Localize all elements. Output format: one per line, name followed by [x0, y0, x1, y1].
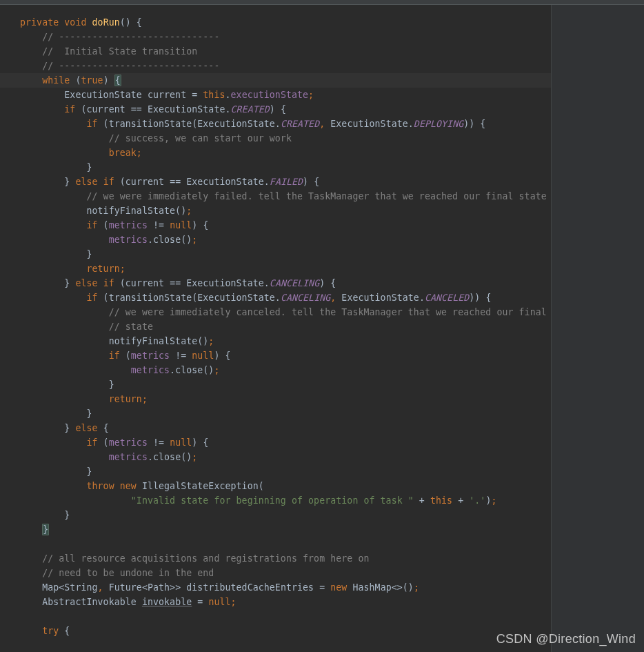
keyword: break — [109, 148, 137, 158]
code-line[interactable]: throw new IllegalStateException( — [0, 479, 551, 493]
code-line[interactable]: "Invalid state for beginning of operatio… — [0, 493, 551, 508]
code-line[interactable]: } — [0, 464, 551, 479]
code-line[interactable]: metrics.close(); — [0, 363, 551, 377]
code-line[interactable]: } — [0, 406, 551, 421]
keyword: if — [86, 437, 97, 448]
code-area[interactable]: private void doRun() { // --------------… — [0, 5, 551, 652]
code-line[interactable]: metrics.close(); — [0, 450, 551, 464]
code-line[interactable]: // Initial State transition — [0, 44, 551, 59]
code-line[interactable]: // need to be undone in the end — [0, 566, 551, 580]
keyword: null — [192, 350, 214, 361]
comment: // ----------------------------- — [42, 32, 219, 42]
code-line[interactable]: return; — [0, 261, 551, 276]
keyword: null — [208, 597, 230, 607]
code-line[interactable]: } — [0, 522, 551, 537]
code-line[interactable]: } — [0, 160, 551, 175]
comment: // need to be undone in the end — [42, 568, 214, 578]
enum-const: CANCELED — [425, 293, 469, 303]
string: "Invalid state for beginning of operatio… — [131, 495, 414, 506]
code-line[interactable]: // ----------------------------- — [0, 30, 551, 44]
field: metrics — [109, 220, 148, 230]
keyword: if — [64, 104, 75, 115]
code-line[interactable]: } else if (current == ExecutionState.FAI… — [0, 175, 551, 189]
keyword: try — [42, 626, 59, 636]
keyword: if — [103, 278, 114, 288]
field: metrics — [131, 365, 170, 375]
string: '.' — [469, 495, 485, 506]
code-line[interactable]: } else { — [0, 421, 551, 435]
code-line[interactable]: notifyFinalState(); — [0, 204, 551, 218]
keyword: private — [20, 17, 59, 28]
enum-const: CREATED — [231, 104, 270, 115]
code-line[interactable]: if (transitionState(ExecutionState.CANCE… — [0, 290, 551, 305]
code-line[interactable]: try { — [0, 624, 551, 638]
comment: // Initial State transition — [42, 46, 197, 57]
keyword: null — [170, 437, 192, 448]
field: metrics — [109, 235, 148, 245]
code-line[interactable]: private void doRun() { — [0, 15, 551, 30]
variable-underlined: invokable — [142, 597, 192, 607]
keyword: new — [330, 582, 347, 593]
field: executionState — [231, 90, 309, 100]
code-line[interactable]: } else if (current == ExecutionState.CAN… — [0, 276, 551, 290]
comment: // we were immediately failed. tell the … — [86, 191, 546, 201]
code-line[interactable]: if (metrics != null) { — [0, 348, 551, 363]
keyword: new — [120, 481, 137, 491]
comment: // success, we can start our work — [109, 133, 292, 144]
code-line[interactable]: if (transitionState(ExecutionState.CREAT… — [0, 117, 551, 131]
code-line[interactable]: // ----------------------------- — [0, 59, 551, 73]
keyword: void — [64, 17, 86, 28]
keyword: this — [203, 90, 225, 100]
code-line[interactable]: // we were immediately canceled. tell th… — [0, 305, 551, 319]
comment: // ----------------------------- — [42, 61, 219, 71]
code-line[interactable]: ExecutionState current = this.executionS… — [0, 88, 551, 102]
code-line[interactable]: Map<String, Future<Path>> distributedCac… — [0, 580, 551, 595]
code-line[interactable]: // state — [0, 319, 551, 334]
code-line[interactable]: if (metrics != null) { — [0, 218, 551, 233]
brace-open-matched: { — [114, 75, 121, 86]
code-line[interactable]: } — [0, 377, 551, 392]
enum-const: CANCELING — [270, 278, 319, 288]
editor-wrap: private void doRun() { // --------------… — [0, 5, 644, 652]
code-line[interactable]: } — [0, 247, 551, 261]
enum-const: DEPLOYING — [414, 119, 463, 129]
code-line-empty[interactable] — [0, 609, 551, 624]
punct: () { — [120, 17, 142, 28]
keyword: else — [75, 423, 97, 433]
enum-const: CANCELING — [281, 293, 330, 303]
keyword: true — [81, 75, 103, 86]
code-line[interactable]: break; — [0, 146, 551, 160]
code-line-empty[interactable] — [0, 537, 551, 551]
code-line[interactable]: if (current == ExecutionState.CREATED) { — [0, 102, 551, 117]
code-line[interactable]: metrics.close(); — [0, 233, 551, 247]
code-line[interactable]: // success, we can start our work — [0, 131, 551, 146]
right-gutter[interactable] — [551, 5, 644, 652]
code-line[interactable]: if (metrics != null) { — [0, 435, 551, 450]
keyword: return — [109, 394, 142, 404]
code-line-current[interactable]: while (true) { — [0, 73, 551, 88]
code-line[interactable]: } — [0, 508, 551, 522]
editor-topbar — [0, 0, 644, 5]
comment: // all resource acquisitions and registr… — [42, 553, 369, 564]
keyword: else — [75, 278, 97, 288]
comment: // we were immediately canceled. tell th… — [109, 307, 547, 317]
code-line[interactable]: // we were immediately failed. tell the … — [0, 189, 551, 204]
code-line[interactable]: return; — [0, 392, 551, 406]
keyword: if — [86, 293, 97, 303]
enum-const: FAILED — [270, 177, 303, 187]
brace-close-matched: } — [42, 524, 49, 535]
keyword: this — [430, 495, 452, 506]
field: metrics — [109, 437, 148, 448]
keyword: while — [42, 75, 70, 86]
keyword: if — [86, 220, 97, 230]
keyword: if — [109, 350, 120, 361]
code-line[interactable]: notifyFinalState(); — [0, 334, 551, 348]
code-line[interactable]: // all resource acquisitions and registr… — [0, 551, 551, 566]
keyword: else — [75, 177, 97, 187]
keyword: null — [170, 220, 192, 230]
comment: // state — [109, 322, 153, 332]
field: metrics — [109, 452, 148, 462]
watermark: CSDN @Direction_Wind — [496, 632, 636, 646]
method-name: doRun — [92, 17, 120, 28]
code-line[interactable]: AbstractInvokable invokable = null; — [0, 595, 551, 609]
